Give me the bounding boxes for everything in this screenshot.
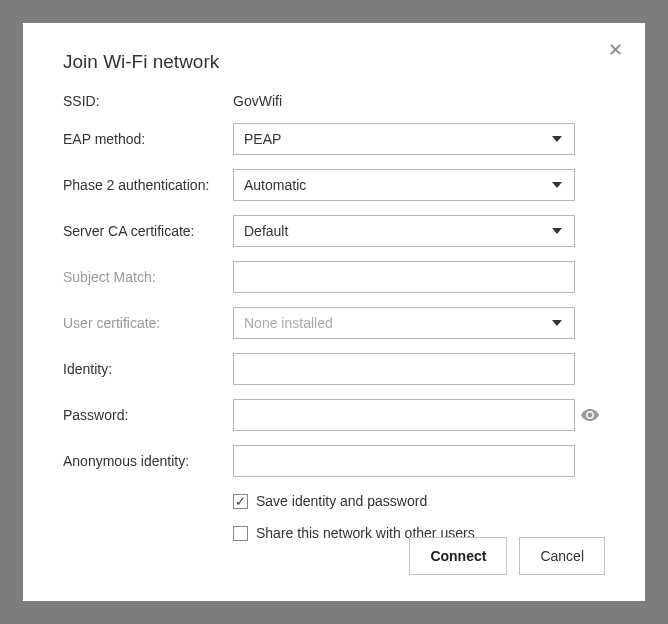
save-credentials-row[interactable]: Save identity and password bbox=[233, 493, 605, 509]
show-password-button[interactable] bbox=[575, 409, 605, 421]
cancel-button[interactable]: Cancel bbox=[519, 537, 605, 575]
chevron-down-icon bbox=[552, 136, 562, 142]
close-button[interactable]: ✕ bbox=[604, 37, 627, 63]
chevron-down-icon bbox=[552, 228, 562, 234]
password-input[interactable] bbox=[233, 399, 575, 431]
user-cert-label: User certificate: bbox=[63, 315, 233, 331]
user-cert-dropdown[interactable]: None installed bbox=[233, 307, 575, 339]
phase2-dropdown[interactable]: Automatic bbox=[233, 169, 575, 201]
anon-identity-label: Anonymous identity: bbox=[63, 453, 233, 469]
user-cert-value: None installed bbox=[244, 315, 333, 331]
ssid-value: GovWifi bbox=[233, 93, 575, 109]
eap-method-dropdown[interactable]: PEAP bbox=[233, 123, 575, 155]
dialog-title: Join Wi-Fi network bbox=[63, 51, 605, 73]
form-grid: SSID: GovWifi EAP method: PEAP Phase 2 a… bbox=[63, 93, 605, 541]
connect-button[interactable]: Connect bbox=[409, 537, 507, 575]
server-ca-dropdown[interactable]: Default bbox=[233, 215, 575, 247]
anon-identity-input[interactable] bbox=[233, 445, 575, 477]
identity-input[interactable] bbox=[233, 353, 575, 385]
eap-method-label: EAP method: bbox=[63, 131, 233, 147]
identity-label: Identity: bbox=[63, 361, 233, 377]
close-icon: ✕ bbox=[608, 40, 623, 60]
eap-method-value: PEAP bbox=[244, 131, 281, 147]
phase2-value: Automatic bbox=[244, 177, 306, 193]
chevron-down-icon bbox=[552, 182, 562, 188]
phase2-label: Phase 2 authentication: bbox=[63, 177, 233, 193]
share-network-checkbox[interactable] bbox=[233, 526, 248, 541]
button-row: Connect Cancel bbox=[409, 537, 605, 575]
ssid-label: SSID: bbox=[63, 93, 233, 109]
subject-match-label: Subject Match: bbox=[63, 269, 233, 285]
save-credentials-checkbox[interactable] bbox=[233, 494, 248, 509]
chevron-down-icon bbox=[552, 320, 562, 326]
server-ca-label: Server CA certificate: bbox=[63, 223, 233, 239]
save-credentials-label: Save identity and password bbox=[256, 493, 427, 509]
subject-match-input[interactable] bbox=[233, 261, 575, 293]
eye-icon bbox=[581, 409, 599, 421]
wifi-join-dialog: ✕ Join Wi-Fi network SSID: GovWifi EAP m… bbox=[23, 23, 645, 601]
server-ca-value: Default bbox=[244, 223, 288, 239]
password-label: Password: bbox=[63, 407, 233, 423]
